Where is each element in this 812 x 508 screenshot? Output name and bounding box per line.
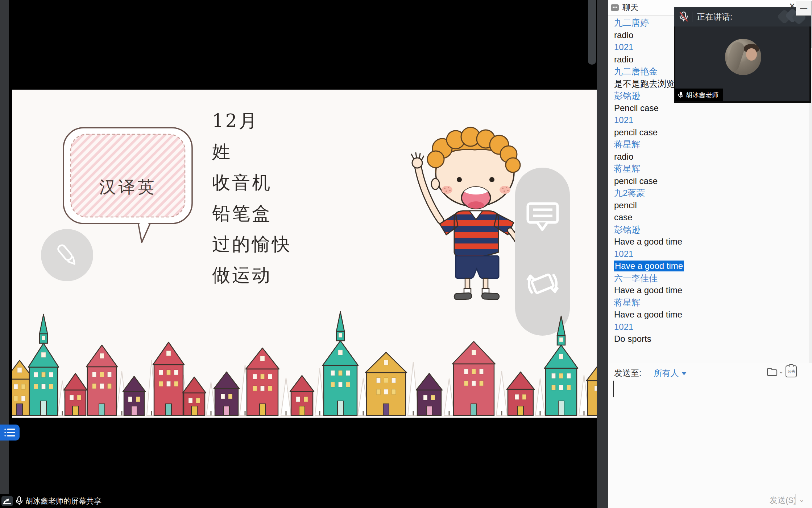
chat-sender-name[interactable]: 1021	[614, 321, 806, 333]
speaking-label: 正在讲话:	[697, 11, 732, 22]
chat-message-text[interactable]: Have a good time	[614, 235, 806, 248]
shared-screen-scrollbar[interactable]	[588, 0, 596, 65]
chat-sender-name[interactable]: 1021	[614, 114, 806, 126]
share-left-gutter	[0, 0, 9, 494]
chat-sender-name[interactable]: 九2蒋蒙	[614, 187, 806, 199]
chat-message-text[interactable]: Have a good time	[614, 260, 806, 272]
slide-word: 过的愉快	[212, 235, 292, 254]
video-body: 胡冰鑫老师	[674, 26, 811, 103]
share-status-bar: 胡冰鑫老师的屏幕共享	[1, 495, 102, 507]
send-to-label: 发送至:	[614, 368, 641, 379]
slide-word: 收音机	[212, 173, 292, 192]
pencil-icon	[51, 239, 83, 271]
send-to-selector[interactable]: 所有人	[654, 368, 679, 379]
window-minimize-button[interactable]: —	[796, 1, 812, 16]
chat-message-text[interactable]: Do sports	[614, 333, 806, 345]
slide-word: 姓	[212, 142, 292, 161]
slide-word: 做运动	[212, 266, 292, 284]
bubble-title: 汉译英	[66, 176, 190, 198]
cartoon-boy-illustration	[401, 115, 529, 301]
chat-message-text[interactable]: Have a good time	[614, 284, 806, 296]
speaker-video-overlay[interactable]: 正在讲话: 胡冰鑫老师	[674, 7, 811, 103]
share-right-gutter	[597, 0, 608, 508]
send-divider	[795, 494, 796, 505]
share-status-text: 胡冰鑫老师的屏幕共享	[25, 496, 102, 506]
comment-icon[interactable]	[526, 202, 559, 232]
screen-share-icon	[1, 496, 13, 506]
chat-sender-name[interactable]: 蒋星辉	[614, 296, 806, 309]
mic-muted-icon	[679, 11, 688, 22]
close-icon[interactable]: ✕	[789, 1, 795, 11]
shared-slide: 汉译英 12月姓收音机铅笔盒过的愉快做运动	[12, 90, 597, 418]
header-divider	[692, 12, 692, 22]
chat-message-text[interactable]: pencil case	[614, 126, 806, 139]
chat-sender-name[interactable]: 蒋星辉	[614, 138, 806, 151]
chat-message-text[interactable]: pencil	[614, 199, 806, 212]
send-row: 发送(S) ⌄	[608, 493, 812, 508]
pencil-tool-button[interactable]	[41, 229, 93, 281]
chat-message-text[interactable]: Pencil case	[614, 102, 806, 114]
list-icon	[4, 428, 16, 437]
folder-icon[interactable]	[767, 367, 778, 376]
chat-bubble-icon	[611, 4, 619, 11]
chat-message-text[interactable]: radio	[614, 151, 806, 163]
chat-sender-name[interactable]: 彭铭逊	[614, 224, 806, 236]
expand-panel-button[interactable]	[0, 425, 20, 441]
chat-message-text[interactable]: case	[614, 211, 806, 224]
chat-message-text[interactable]: pencil case	[614, 175, 806, 187]
participant-name: 胡冰鑫老师	[686, 91, 718, 99]
chat-input[interactable]	[613, 379, 802, 474]
avatar	[725, 39, 761, 75]
chat-sender-name[interactable]: 1021	[614, 248, 806, 260]
announcement-icon-label: 公告	[788, 369, 795, 374]
participant-name-tag: 胡冰鑫老师	[675, 89, 723, 101]
mic-icon	[16, 496, 22, 506]
slide-word: 12月	[212, 111, 292, 130]
send-button[interactable]: 发送(S)	[770, 495, 796, 506]
chat-title: 聊天	[622, 2, 638, 13]
houses-illustration	[12, 295, 597, 418]
folder-dropdown-icon[interactable]: ⌄	[779, 368, 783, 375]
slide-word-list: 12月姓收音机铅笔盒过的愉快做运动	[212, 111, 292, 284]
chat-sender-name[interactable]: 蒋星辉	[614, 163, 806, 175]
chat-message-text[interactable]: Have a good time	[614, 308, 806, 321]
chat-compose-area: 发送至: 所有人 ⌄ 公告	[608, 363, 812, 508]
chat-sender-name[interactable]: 六一李佳佳	[614, 272, 806, 284]
announcement-icon[interactable]: 公告	[786, 365, 797, 377]
mic-icon	[678, 91, 683, 99]
meeting-app-window: 汉译英 12月姓收音机铅笔盒过的愉快做运动	[0, 0, 812, 508]
slide-word: 铅笔盒	[212, 204, 292, 223]
send-options-chevron-icon[interactable]: ⌄	[799, 496, 804, 504]
send-to-dropdown-icon[interactable]	[682, 372, 687, 378]
